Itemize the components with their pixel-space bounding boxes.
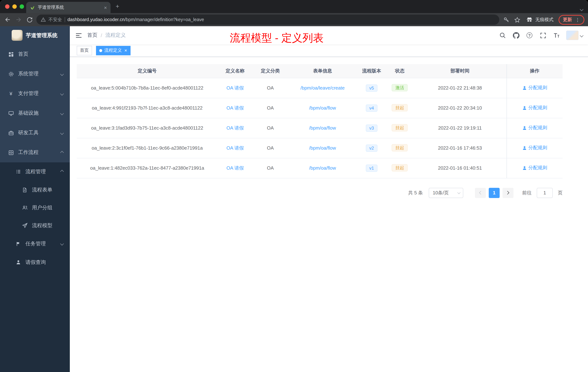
bookmark-star-icon[interactable] — [513, 16, 521, 24]
assign-rule-link[interactable]: 分配规则 — [522, 125, 547, 131]
sidebar-item-process-model[interactable]: 流程模型 — [0, 217, 70, 234]
table-row: oa_leave:4:991f2193-7b7f-11ec-a3c8-acde4… — [77, 98, 563, 118]
users-icon — [22, 205, 28, 211]
sidebar-item-label: 支付管理 — [18, 90, 39, 97]
page-content: 定义编号 定义名称 定义分类 表单信息 流程版本 状态 部署时间 操作 oa_l — [70, 57, 588, 372]
version-tag: v4 — [366, 104, 378, 112]
definition-name-link[interactable]: OA 请假 — [226, 105, 244, 110]
form-link[interactable]: /bpm/oa/flow — [309, 165, 336, 171]
assign-rule-link[interactable]: 分配规则 — [522, 105, 547, 111]
assign-rule-link[interactable]: 分配规则 — [522, 85, 547, 91]
sidebar: 芋道管理系统 首页 系统管理 ¥ 支付管理 — [0, 26, 70, 372]
definition-name-link[interactable]: OA 请假 — [226, 145, 244, 151]
cell-definition-name: OA 请假 — [218, 78, 252, 98]
font-size-icon[interactable] — [553, 32, 560, 39]
cell-definition-id: oa_leave:1:482ec033-762a-11ec-8477-a2380… — [77, 158, 218, 178]
breadcrumb-home-link[interactable]: 首页 — [87, 32, 97, 39]
reload-button[interactable] — [25, 16, 33, 24]
sidebar-item-user-group[interactable]: 用户分组 — [0, 199, 70, 217]
browser-tab-strip: 芋道管理系统 × + — [0, 0, 588, 13]
navbar-actions: ? — [499, 31, 588, 40]
table-row: oa_leave:3:1fad3d93-7b75-11ec-a3c8-acde4… — [77, 118, 563, 138]
version-tag: v2 — [366, 144, 378, 152]
sidebar-item-system-management[interactable]: 系统管理 — [0, 64, 70, 84]
total-count-label: 共 5 条 — [408, 189, 423, 196]
definition-name-link[interactable]: OA 请假 — [226, 85, 244, 90]
sidebar-item-process-form[interactable]: 流程表单 — [0, 181, 70, 199]
sidebar-item-infrastructure[interactable]: 基础设施 — [0, 103, 70, 123]
form-link[interactable]: /bpm/oa/flow — [309, 125, 336, 131]
tag-process-definition[interactable]: 流程定义 × — [96, 46, 130, 55]
sidebar-item-task-management[interactable]: 任务管理 — [0, 234, 70, 253]
cell-category: OA — [252, 158, 288, 178]
chevron-down-icon — [580, 33, 583, 37]
column-header-name: 定义名称 — [218, 64, 252, 78]
status-badge: 挂起 — [392, 164, 408, 171]
cell-definition-name: OA 请假 — [218, 118, 252, 138]
cell-form-info: /bpm/oa/flow — [288, 118, 357, 138]
assign-rule-link[interactable]: 分配规则 — [522, 145, 547, 151]
tags-view-bar: 首页 流程定义 × — [70, 44, 588, 57]
back-button[interactable] — [4, 16, 12, 24]
form-link[interactable]: /bpm/oa/flow — [309, 145, 336, 151]
user-icon — [15, 259, 21, 265]
zoom-window-button[interactable] — [20, 4, 24, 9]
cell-definition-id: oa_leave:4:991f2193-7b7f-11ec-a3c8-acde4… — [77, 98, 218, 118]
cell-version: v2 — [357, 138, 386, 158]
definition-name-link[interactable]: OA 请假 — [226, 125, 244, 131]
fullscreen-icon[interactable] — [539, 32, 546, 39]
sidebar-item-dev-tools[interactable]: 研发工具 — [0, 123, 70, 143]
new-tab-button[interactable]: + — [116, 3, 119, 10]
form-link[interactable]: /bpm/oa/flow — [309, 105, 336, 111]
address-bar[interactable]: 不安全 dashboard.yudao.iocoder.cn/bpm/manag… — [36, 15, 499, 25]
cell-status: 挂起 — [386, 138, 413, 158]
breadcrumb-current: 流程定义 — [105, 32, 126, 39]
browser-tab[interactable]: 芋道管理系统 × — [26, 2, 111, 13]
sidebar-logo[interactable]: 芋道管理系统 — [0, 26, 70, 44]
chevron-down-icon — [60, 92, 64, 95]
browser-toolbar: 不安全 dashboard.yudao.iocoder.cn/bpm/manag… — [0, 13, 588, 26]
cell-definition-name: OA 请假 — [218, 158, 252, 178]
github-icon[interactable] — [512, 32, 520, 39]
tag-close-icon[interactable]: × — [124, 48, 127, 53]
forward-button[interactable] — [15, 16, 22, 24]
cell-version: v4 — [357, 98, 386, 118]
cell-status: 激活 — [386, 78, 413, 98]
page-unit-label: 页 — [558, 189, 563, 196]
minimize-window-button[interactable] — [12, 4, 17, 9]
cell-form-info: /bpm/oa/flow — [288, 138, 357, 158]
sidebar-item-home[interactable]: 首页 — [0, 44, 70, 64]
sidebar-item-label: 流程管理 — [25, 168, 46, 175]
browser-menu-icon[interactable]: ⋮ — [575, 17, 580, 22]
user-avatar[interactable] — [566, 31, 583, 40]
cell-category: OA — [252, 78, 288, 98]
tag-home[interactable]: 首页 — [77, 46, 92, 55]
sidebar-item-payment-management[interactable]: ¥ 支付管理 — [0, 84, 70, 103]
page-1-button[interactable]: 1 — [489, 188, 500, 198]
sidebar-item-leave-query[interactable]: 请假查询 — [0, 253, 70, 272]
cell-category: OA — [252, 138, 288, 158]
column-header-status: 状态 — [386, 64, 413, 78]
goto-page-input[interactable] — [537, 188, 553, 198]
tab-list-caret-icon[interactable] — [580, 5, 583, 12]
next-page-button[interactable] — [503, 188, 514, 198]
assign-rule-link[interactable]: 分配规则 — [522, 165, 547, 171]
browser-update-button[interactable]: 更新 ⋮ — [558, 15, 584, 25]
close-window-button[interactable] — [5, 4, 10, 9]
sidebar-toggle-icon[interactable] — [70, 26, 87, 44]
form-link[interactable]: /bpm/oa/leave/create — [301, 85, 345, 91]
cell-deploy-time: 2022-01-22 19:19:11 — [413, 118, 507, 138]
definition-name-link[interactable]: OA 请假 — [226, 165, 244, 171]
prev-page-button[interactable] — [475, 188, 486, 198]
search-icon[interactable] — [499, 32, 506, 39]
user-icon — [522, 86, 527, 90]
logo-title: 芋道管理系统 — [26, 32, 57, 39]
help-icon[interactable]: ? — [526, 32, 533, 39]
sidebar-item-workflow[interactable]: 工作流程 — [0, 143, 70, 162]
dashboard-icon — [8, 51, 14, 57]
column-header-id: 定义编号 — [77, 64, 218, 78]
page-size-select[interactable]: 10条/页 — [429, 188, 463, 198]
password-key-icon[interactable] — [502, 16, 510, 24]
tab-close-icon[interactable]: × — [104, 5, 107, 10]
sidebar-item-process-management[interactable]: 流程管理 — [0, 162, 70, 181]
